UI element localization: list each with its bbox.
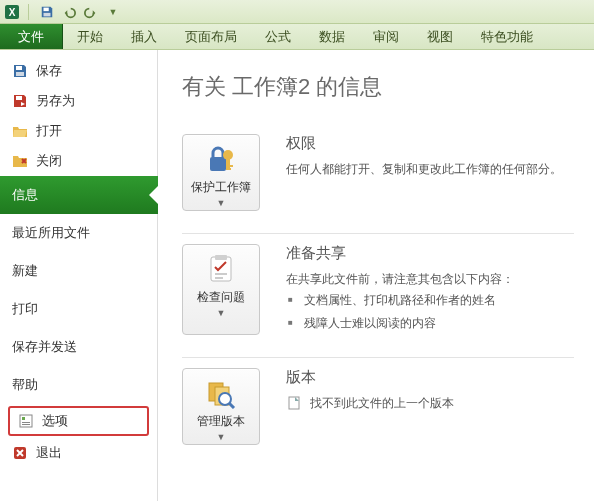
svg-rect-5 [16, 72, 24, 76]
dropdown-indicator-icon: ▼ [217, 200, 226, 206]
dropdown-indicator-icon: ▼ [217, 434, 226, 440]
sidebar-item-options[interactable]: 选项 [8, 406, 149, 436]
svg-rect-6 [16, 96, 22, 100]
sidebar-item-print[interactable]: 打印 [0, 290, 157, 328]
svg-rect-9 [22, 422, 30, 423]
sidebar-item-label: 新建 [12, 262, 38, 280]
undo-qat-button[interactable] [59, 2, 79, 22]
tab-insert[interactable]: 插入 [117, 24, 171, 49]
dropdown-indicator-icon: ▼ [217, 310, 226, 316]
protect-workbook-button[interactable]: 保护工作簿 ▼ [182, 134, 260, 211]
section-versions: 管理版本 ▼ 版本 找不到此文件的上一个版本 [182, 358, 574, 467]
sidebar-item-label: 选项 [42, 412, 68, 430]
separator [28, 4, 29, 20]
exit-icon [12, 445, 28, 461]
sidebar-item-exit[interactable]: 退出 [0, 438, 157, 468]
sidebar-item-save[interactable]: 保存 [0, 56, 157, 86]
list-item: 残障人士难以阅读的内容 [300, 312, 574, 335]
sidebar-item-info[interactable]: 信息 [0, 176, 158, 214]
manage-versions-button[interactable]: 管理版本 ▼ [182, 368, 260, 445]
sidebar-item-label: 打印 [12, 300, 38, 318]
close-file-icon [12, 153, 28, 169]
svg-rect-7 [20, 415, 32, 427]
issues-list: 文档属性、打印机路径和作者的姓名 残障人士难以阅读的内容 [286, 289, 574, 335]
ribbon-tabs: 文件 开始 插入 页面布局 公式 数据 审阅 视图 特色功能 [0, 24, 594, 50]
sidebar-item-close[interactable]: 关闭 [0, 146, 157, 176]
tab-review[interactable]: 审阅 [359, 24, 413, 49]
tab-page-layout[interactable]: 页面布局 [171, 24, 251, 49]
backstage-view: 保存 另存为 打开 关闭 信息 最近所用文件 新建 打印 保存并发送 [0, 50, 594, 501]
sidebar-item-help[interactable]: 帮助 [0, 366, 157, 404]
backstage-sidebar: 保存 另存为 打开 关闭 信息 最近所用文件 新建 打印 保存并发送 [0, 50, 158, 501]
sidebar-item-label: 另存为 [36, 92, 75, 110]
redo-qat-button[interactable] [81, 2, 101, 22]
sidebar-item-save-send[interactable]: 保存并发送 [0, 328, 157, 366]
svg-rect-25 [289, 397, 299, 409]
svg-rect-12 [210, 157, 226, 171]
info-content: 有关 工作簿2 的信息 保护工作簿 ▼ 权限 任何人都能打开、复制和更改此工作簿… [158, 50, 594, 501]
svg-rect-8 [22, 417, 25, 420]
tab-formulas[interactable]: 公式 [251, 24, 305, 49]
svg-rect-15 [226, 165, 233, 167]
document-mini-icon [286, 395, 302, 411]
svg-text:X: X [9, 7, 16, 18]
svg-rect-10 [22, 424, 30, 425]
sidebar-item-new[interactable]: 新建 [0, 252, 157, 290]
tab-special[interactable]: 特色功能 [467, 24, 547, 49]
svg-point-13 [223, 150, 233, 160]
save-icon [12, 63, 28, 79]
button-label: 管理版本 [197, 413, 245, 430]
sidebar-item-label: 保存 [36, 62, 62, 80]
svg-rect-19 [215, 273, 227, 275]
svg-rect-18 [215, 255, 227, 260]
svg-rect-16 [226, 168, 231, 170]
svg-rect-14 [226, 159, 230, 169]
sidebar-item-label: 帮助 [12, 376, 38, 394]
sidebar-item-saveas[interactable]: 另存为 [0, 86, 157, 116]
section-heading: 版本 [286, 368, 574, 387]
section-heading: 权限 [286, 134, 574, 153]
sidebar-item-recent[interactable]: 最近所用文件 [0, 214, 157, 252]
section-permissions: 保护工作簿 ▼ 权限 任何人都能打开、复制和更改此工作簿的任何部分。 [182, 124, 574, 234]
save-qat-button[interactable] [37, 2, 57, 22]
section-text: 任何人都能打开、复制和更改此工作簿的任何部分。 [286, 159, 574, 179]
quick-access-toolbar: ▼ [37, 2, 123, 22]
tab-home[interactable]: 开始 [63, 24, 117, 49]
svg-rect-2 [44, 7, 49, 11]
page-title: 有关 工作簿2 的信息 [182, 72, 574, 102]
svg-rect-20 [215, 277, 223, 279]
sidebar-item-label: 最近所用文件 [12, 224, 90, 242]
title-bar: X ▼ [0, 0, 594, 24]
options-icon [18, 413, 34, 429]
section-heading: 准备共享 [286, 244, 574, 263]
excel-app-icon: X [4, 4, 20, 20]
list-item: 文档属性、打印机路径和作者的姓名 [300, 289, 574, 312]
svg-rect-4 [16, 66, 22, 70]
button-label: 保护工作簿 [191, 179, 251, 196]
versions-icon [205, 377, 237, 409]
section-intro: 在共享此文件前，请注意其包含以下内容： [286, 269, 574, 289]
file-tab[interactable]: 文件 [0, 24, 63, 49]
section-prepare-share: 检查问题 ▼ 准备共享 在共享此文件前，请注意其包含以下内容： 文档属性、打印机… [182, 234, 574, 358]
svg-line-24 [229, 403, 234, 408]
button-label: 检查问题 [197, 289, 245, 306]
lock-key-icon [205, 143, 237, 175]
sidebar-item-label: 信息 [12, 186, 38, 204]
qat-customize-dropdown[interactable]: ▼ [103, 2, 123, 22]
section-text: 找不到此文件的上一个版本 [310, 393, 454, 413]
sidebar-item-label: 打开 [36, 122, 62, 140]
sidebar-item-label: 保存并发送 [12, 338, 77, 356]
sidebar-item-open[interactable]: 打开 [0, 116, 157, 146]
open-icon [12, 123, 28, 139]
saveas-icon [12, 93, 28, 109]
tab-view[interactable]: 视图 [413, 24, 467, 49]
sidebar-item-label: 退出 [36, 444, 62, 462]
tab-data[interactable]: 数据 [305, 24, 359, 49]
sidebar-item-label: 关闭 [36, 152, 62, 170]
check-issues-button[interactable]: 检查问题 ▼ [182, 244, 260, 335]
inspect-document-icon [205, 253, 237, 285]
svg-rect-3 [44, 12, 51, 16]
